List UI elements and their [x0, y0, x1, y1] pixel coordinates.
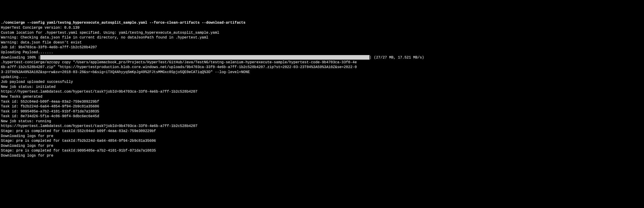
output-line: Downloading logs for pre: [1, 134, 644, 139]
output-line: updating....: [1, 75, 644, 80]
output-line: Downloading logs for pre: [1, 153, 644, 158]
output-line: New Tasks generated: [1, 94, 644, 99]
output-line: Stage: pre is completed for taskId:552c0…: [1, 129, 644, 134]
output-line: HyperTest Concierge version: 0.0.139: [1, 26, 644, 31]
output-line: https://hypertest.lambdatest.com/hyperte…: [1, 124, 644, 129]
output-line: Uploading Payload.......: [1, 50, 644, 55]
command-line: ./concierge --config yaml/testng_hyperex…: [1, 21, 644, 26]
output-line: Stage: pre is completed for taskId:90954…: [1, 148, 644, 153]
output-line: New job status: initiated: [1, 85, 644, 90]
output-line: Task id: 552c04ed-b09f-4eaa-83a2-759e309…: [1, 99, 644, 104]
output-line: https://hypertest.lambdatest.com/hyperte…: [1, 89, 644, 94]
output-line: Task id: 9095405e-a7b2-4101-91bf-071da7a…: [1, 109, 644, 114]
output-line: Warning: Checking data.json file in curr…: [1, 35, 644, 40]
output-line: Job id: 9b4703ca-33f0-4e6b-a7ff-1b2c528b…: [1, 45, 644, 50]
progress-line: downloading 100% | | (27/27 MB, 17.521 M…: [1, 55, 644, 60]
output-line: .hypertest-concierge/azcopy copy "/Users…: [1, 60, 358, 75]
output-line: Custom location for .hypertest.yaml spec…: [1, 31, 644, 36]
output-line: New job status: running: [1, 119, 644, 124]
output-line: Task id: fb2b224d-6a64-4854-9f94-2b9c81a…: [1, 104, 644, 109]
output-line: Downloading logs for pre: [1, 144, 644, 149]
output-line: Job payload uploaded successfully: [1, 80, 644, 85]
progress-bar: [40, 55, 370, 60]
progress-label: downloading 100% |: [1, 55, 40, 59]
terminal-output[interactable]: ./concierge --config yaml/testng_hyperex…: [1, 21, 644, 158]
output-line: Stage: pre is completed for taskId:fb2b2…: [1, 139, 644, 144]
progress-suffix: | (27/27 MB, 17.521 MB/s): [370, 55, 424, 59]
output-line: Task id: 8e734d26-5f1a-4c06-90f4-9dbc6ec…: [1, 114, 644, 119]
output-line: Warning: data.json file doesn't exist: [1, 40, 644, 45]
